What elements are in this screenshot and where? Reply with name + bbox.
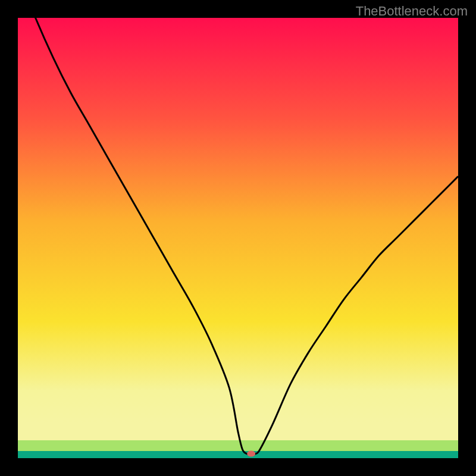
plot-area [18,18,458,458]
chart-container: TheBottleneck.com [0,0,476,476]
bottleneck-curve [18,18,458,454]
curve-layer [18,18,458,458]
watermark-text: TheBottleneck.com [356,4,468,19]
curve-marker [247,451,255,457]
